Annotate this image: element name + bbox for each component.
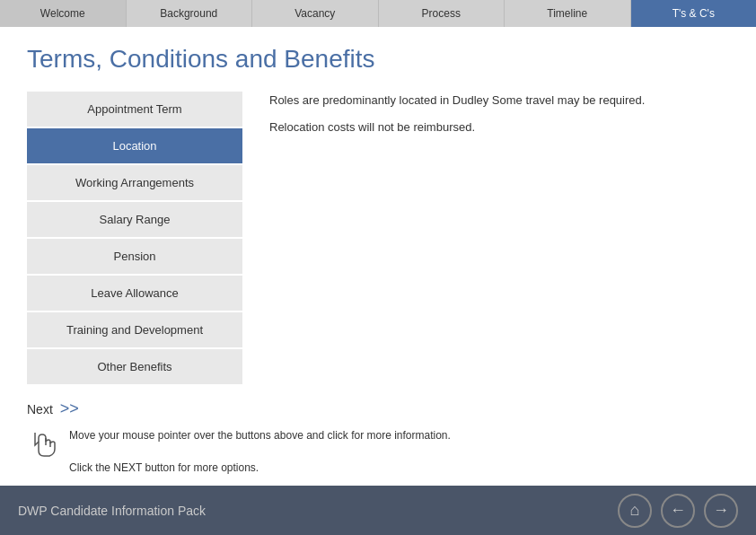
footer: DWP Candidate Information Pack ⌂ ← → bbox=[0, 486, 756, 535]
sidebar-pension[interactable]: Pension bbox=[27, 239, 242, 274]
instruction-text: Move your mouse pointer over the buttons… bbox=[69, 427, 451, 476]
home-button[interactable]: ⌂ bbox=[618, 494, 652, 528]
sidebar-leave-allowance[interactable]: Leave Allowance bbox=[27, 276, 242, 311]
top-navigation: Welcome Background Vacancy Process Timel… bbox=[0, 0, 756, 27]
panel-text-1: Roles are predominantly located in Dudle… bbox=[269, 92, 729, 110]
sidebar-working-arrangements[interactable]: Working Arrangements bbox=[27, 165, 242, 200]
nav-background[interactable]: Background bbox=[127, 0, 253, 27]
main-content: Terms, Conditions and Benefits Appointme… bbox=[0, 27, 756, 494]
footer-title: DWP Candidate Information Pack bbox=[18, 504, 206, 518]
nav-welcome[interactable]: Welcome bbox=[0, 0, 127, 27]
nav-process[interactable]: Process bbox=[379, 0, 505, 27]
sidebar-appointment-term[interactable]: Appointment Term bbox=[27, 92, 242, 127]
nav-timeline[interactable]: Timeline bbox=[505, 0, 631, 27]
nav-ts-and-cs[interactable]: T's & C's bbox=[631, 0, 757, 27]
right-panel: Roles are predominantly located in Dudle… bbox=[269, 92, 729, 386]
content-area: Appointment Term Location Working Arrang… bbox=[27, 92, 729, 386]
forward-button[interactable]: → bbox=[704, 494, 738, 528]
nav-vacancy[interactable]: Vacancy bbox=[252, 0, 379, 27]
instruction-line-2: Click the NEXT button for more options. bbox=[69, 460, 451, 476]
instruction-line-1: Move your mouse pointer over the buttons… bbox=[69, 427, 451, 443]
sidebar-training-development[interactable]: Training and Development bbox=[27, 312, 242, 347]
back-button[interactable]: ← bbox=[661, 494, 695, 528]
instruction-area: Move your mouse pointer over the buttons… bbox=[27, 427, 729, 476]
forward-icon: → bbox=[713, 501, 729, 520]
panel-text-2: Relocation costs will not be reimbursed. bbox=[269, 118, 729, 136]
mouse-icon bbox=[31, 429, 58, 463]
back-icon: ← bbox=[670, 501, 686, 520]
footer-icons: ⌂ ← → bbox=[618, 494, 738, 528]
sidebar-salary-range[interactable]: Salary Range bbox=[27, 202, 242, 237]
sidebar: Appointment Term Location Working Arrang… bbox=[27, 92, 242, 386]
home-icon: ⌂ bbox=[630, 501, 640, 520]
next-area: Next >> bbox=[27, 399, 729, 418]
next-arrows-icon[interactable]: >> bbox=[60, 399, 79, 418]
sidebar-other-benefits[interactable]: Other Benefits bbox=[27, 349, 242, 384]
page-title: Terms, Conditions and Benefits bbox=[27, 45, 729, 74]
sidebar-location[interactable]: Location bbox=[27, 128, 242, 163]
next-label: Next bbox=[27, 402, 53, 417]
